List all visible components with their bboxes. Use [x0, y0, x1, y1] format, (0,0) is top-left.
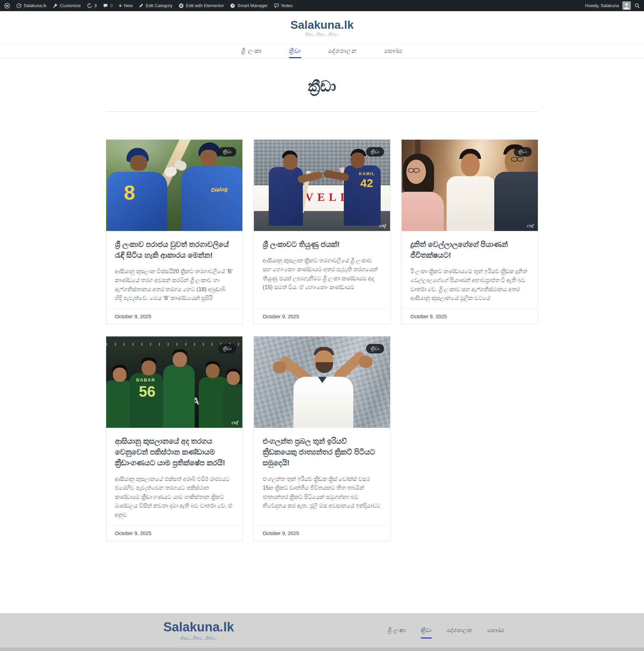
article-thumbnail[interactable]: ක්‍රීඩා — [254, 336, 390, 428]
watermark-text: cnf — [232, 420, 238, 425]
avatar-silhouette-icon — [622, 1, 631, 10]
player-head — [227, 371, 240, 385]
edit-category-label: Edit Category — [146, 3, 172, 8]
player-fist — [273, 361, 286, 373]
article-card: MAKE BABAR 56 cnf ක්‍රීඩ — [106, 336, 243, 541]
updates-count: 3 — [94, 3, 97, 8]
wp-admin-bar: W Salakuna.lk Customize 3 0 + New Edit C… — [0, 0, 644, 11]
article-footer: October 9, 2025 — [254, 308, 390, 324]
article-body: එංගලන්ත ප්‍රබල තුන් ඉරියව් ක්‍රීඩකයෙකු ජ… — [254, 428, 390, 525]
article-title[interactable]: ශ්‍රී ලංකාව පරාජය වුවත් තරගාවලියේ රැඳි ස… — [115, 239, 234, 261]
customize-label: Customize — [60, 3, 80, 8]
category-badge[interactable]: ක්‍රීඩා — [218, 344, 236, 353]
search-icon — [634, 3, 640, 8]
footer-nav-item-health[interactable]: සෞඛ්‍ය — [487, 627, 504, 633]
article-date: October 9, 2025 — [410, 313, 447, 319]
admin-bar-site-name[interactable]: Salakuna.lk — [16, 3, 46, 8]
person-figure-left — [402, 192, 444, 231]
footer-navigation: ශ්‍රී ලංකා ක්‍රීඩා දේශපාලන සෞඛ්‍ය — [388, 627, 504, 633]
eyeglasses — [413, 168, 420, 173]
article-excerpt: ආසියානු කුසලානයේ එක්සත් අරාබි එමීර් රාජ්… — [115, 474, 234, 519]
article-body: ශ්‍රී ලංකාවට තියුණු ජයක්! ආසියානු කුසලාන… — [254, 231, 390, 308]
footer-site-logo[interactable]: Salakuna.lk — [163, 620, 234, 634]
article-date: October 9, 2025 — [263, 530, 299, 536]
comments-count: 0 — [110, 3, 113, 8]
player-figure — [163, 365, 195, 428]
article-title[interactable]: දුනිත් වෙල්ලාලගේගේ පියාණන් ජීවිතක්ෂයට! — [410, 239, 529, 261]
article-card: ක්‍රීඩා එංගලන්ත ප්‍රබල තුන් ඉරියව් ක්‍රී… — [254, 336, 390, 541]
watermark-text: cnf — [379, 223, 386, 228]
main-content: ක්‍රීඩා 8 Dialog ක්‍රීඩා ශ්‍රී ලංකාව පර — [0, 58, 644, 541]
jersey-number: 42 — [360, 177, 373, 189]
article-card: HAVELLS KAMIL 42 cnf ක්‍රීඩා ශ්‍රී ලංකාව… — [254, 139, 390, 324]
article-title[interactable]: ආසියානු කුසලානයේ අද තරගය වෙනුවෙන් පකිස්ථ… — [115, 436, 234, 468]
nav-item-sri-lanka[interactable]: ශ්‍රී ලංකා — [228, 44, 276, 58]
category-badge[interactable]: ක්‍රීඩා — [366, 344, 384, 353]
article-title[interactable]: ශ්‍රී ලංකාවට තියුණු ජයක්! — [263, 239, 381, 250]
admin-bar-new[interactable]: + New — [119, 3, 133, 8]
article-thumbnail[interactable]: 8 Dialog ක්‍රීඩා — [106, 140, 242, 231]
nav-item-sports[interactable]: ක්‍රීඩා — [276, 44, 315, 58]
admin-bar-right: Howdy, Salakuna — [585, 1, 640, 10]
nav-item-health[interactable]: සෞඛ්‍ය — [371, 44, 416, 58]
player-fist — [359, 356, 373, 368]
user-avatar[interactable] — [622, 1, 631, 10]
player-head — [206, 364, 219, 378]
admin-bar-edit-category[interactable]: Edit Category — [139, 3, 172, 8]
smart-manager-label: Smart Manager — [237, 3, 268, 8]
article-thumbnail[interactable]: MAKE BABAR 56 cnf ක්‍රීඩ — [106, 336, 242, 428]
batsman-figure-left — [269, 167, 303, 226]
article-card: cnf ක්‍රීඩා දුනිත් වෙල්ලාලගේගේ පියාණන් ජ… — [401, 139, 538, 324]
admin-bar-notes[interactable]: Notes — [274, 3, 293, 8]
article-title[interactable]: එංගලන්ත ප්‍රබල තුන් ඉරියව් ක්‍රීඩකයෙකු ජ… — [263, 436, 381, 468]
admin-bar-customize[interactable]: Customize — [52, 3, 80, 8]
paintbrush-icon — [52, 3, 58, 8]
footer-nav-item-sri-lanka[interactable]: ශ්‍රී ලංකා — [388, 627, 406, 633]
admin-bar-comments[interactable]: 0 — [103, 3, 113, 8]
notes-label: Notes — [281, 3, 293, 8]
title-separator — [106, 111, 538, 112]
article-thumbnail[interactable]: HAVELLS KAMIL 42 cnf ක්‍රීඩා — [254, 140, 390, 231]
site-logo[interactable]: Salakuna.lk — [290, 19, 354, 31]
player-figure — [293, 377, 353, 428]
admin-bar-updates[interactable]: 3 — [87, 3, 97, 8]
jersey-number: 8 — [124, 183, 135, 203]
footer-nav-item-sports[interactable]: ක්‍රීඩා — [421, 627, 432, 638]
player-head — [113, 368, 126, 382]
page-title: ක්‍රීඩා — [0, 78, 644, 95]
player-head — [200, 150, 217, 165]
notes-bubble-icon — [274, 3, 279, 8]
person-face — [461, 154, 480, 177]
category-badge[interactable]: ක්‍රීඩා — [514, 147, 532, 157]
nav-item-politics[interactable]: දේශපාලන — [315, 44, 371, 58]
articles-grid: 8 Dialog ක්‍රීඩා ශ්‍රී ලංකාව පරාජය වුවත්… — [106, 139, 538, 541]
footer-logo-block: Salakuna.lk හිසට.. හිතට.. හිතට.. — [163, 620, 234, 641]
updates-icon — [87, 3, 92, 8]
article-thumbnail[interactable]: cnf ක්‍රීඩා — [402, 140, 538, 231]
pencil-icon — [139, 3, 144, 8]
person-figure-right — [494, 172, 538, 231]
admin-bar-search[interactable] — [634, 3, 640, 8]
article-card: 8 Dialog ක්‍රීඩා ශ්‍රී ලංකාව පරාජය වුවත්… — [106, 139, 243, 324]
category-badge[interactable]: ක්‍රීඩා — [218, 147, 236, 157]
admin-bar-howdy[interactable]: Howdy, Salakuna — [585, 3, 619, 8]
category-badge[interactable]: ක්‍රීඩා — [366, 147, 384, 157]
admin-bar-smart-manager[interactable]: Smart Manager — [230, 3, 268, 8]
footer-nav-item-politics[interactable]: දේශපාලන — [447, 627, 472, 633]
site-tagline: හිසට.. හිතට.. හිතට.. — [305, 32, 339, 37]
smart-manager-gauge-icon — [230, 3, 235, 8]
svg-text:W: W — [5, 4, 9, 7]
player-head — [283, 154, 297, 170]
player-head — [130, 155, 147, 171]
article-body: දුනිත් වෙල්ලාලගේගේ පියාණන් ජීවිතක්ෂයට! ර… — [402, 231, 538, 308]
article-body: ශ්‍රී ලංකාව පරාජය වුවත් තරගාවලියේ රැඳි ස… — [106, 231, 242, 308]
article-footer: October 9, 2025 — [106, 308, 242, 324]
admin-bar-edit-elementor[interactable]: Edit with Elementor — [178, 3, 224, 8]
plus-icon: + — [119, 3, 122, 8]
batsman-figure-right — [181, 166, 242, 231]
article-footer: October 9, 2025 — [402, 308, 538, 324]
wordpress-logo-icon[interactable]: W — [4, 3, 10, 9]
footer-inner: Salakuna.lk හිසට.. හිතට.. හිතට.. ශ්‍රී ල… — [106, 613, 538, 648]
jersey-number: 56 — [139, 384, 156, 399]
article-excerpt: රි ලංකා ක්‍රිකට් කණ්ඩායමේ තුන් ඉරියව් ක්… — [410, 267, 529, 303]
